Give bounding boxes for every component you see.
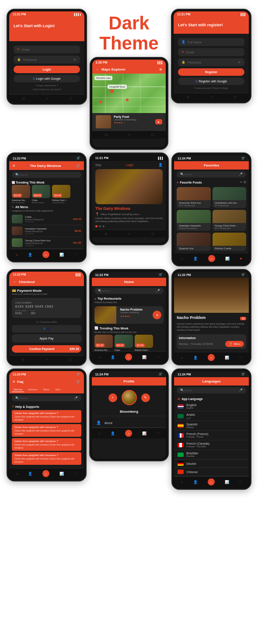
fav-search-bar[interactable]: 🔍 Search 🎤 (177, 171, 246, 177)
nav-person-icon[interactable]: 👤 (193, 257, 198, 261)
nav-chart-icon[interactable]: 📊 (59, 253, 64, 257)
skip-button[interactable]: Skip (95, 163, 101, 166)
nav-home-icon[interactable]: ⌂ (181, 480, 183, 484)
login-button[interactable]: Login (14, 66, 80, 73)
nav-home-icon[interactable]: ⌂ (181, 257, 183, 261)
lang-item-french-canada[interactable]: French (Canada) Français - Canadien (174, 440, 249, 450)
faq-search-bar[interactable]: 🔍 Search 🎤 (12, 395, 81, 401)
nav-person-icon[interactable]: 👤 (193, 480, 198, 484)
faq-cart-header-icon[interactable]: 🛒 (76, 380, 80, 384)
menu-icon[interactable]: ≡ (13, 163, 15, 168)
menu-button[interactable]: 🍴 Menu (225, 341, 244, 347)
nav-chart-icon[interactable]: 📊 (142, 432, 146, 435)
nav-heart-icon[interactable]: ♡ (74, 253, 77, 257)
nav-active-dot-detail[interactable]: ⌂ (208, 354, 215, 361)
nav-home-icon[interactable]: ⌂ (16, 472, 18, 476)
faq-tab-misc[interactable]: Misc (54, 387, 63, 392)
menu-item-calas[interactable]: Calas Bostton Restaurant 10/12/2020 $10.… (12, 213, 81, 225)
nav-heart-icon[interactable]: ♡ (157, 432, 160, 435)
lang-item-english[interactable]: English English (174, 402, 249, 411)
nav-active-dot-lang[interactable]: ⌂ (208, 478, 215, 485)
email-field[interactable]: ✉ Email (14, 46, 80, 53)
nav-active-dot[interactable]: ⌂ (208, 255, 215, 262)
apple-pay-button[interactable]: Apple Pay (12, 334, 81, 343)
nav-heart-icon[interactable]: ♡ (74, 472, 77, 476)
search-bar[interactable]: 🔍 Search (12, 172, 81, 178)
fav-card-4[interactable]: Young Chow fried ... NYC Restaurant (213, 210, 246, 231)
grid-view-icon[interactable]: ⊞ (244, 180, 246, 184)
profile-add-button[interactable]: + (108, 393, 117, 402)
nav-active-dot-faq[interactable]: ⌂ (42, 470, 49, 477)
menu-icon-faq[interactable]: ≡ (13, 379, 15, 384)
list-view-icon[interactable]: ≡ (240, 180, 242, 184)
lang-item-brazilian[interactable]: Brazilian Brazilian (174, 450, 249, 460)
fullname-field[interactable]: 👤 Full Name (178, 38, 244, 46)
rest-cart-icon[interactable]: 🛒 (76, 164, 80, 168)
back-icon[interactable]: ← (13, 280, 17, 284)
nav-heart-icon[interactable]: ♡ (239, 480, 242, 484)
nav-chart-icon[interactable]: 📊 (59, 472, 64, 476)
nav-active-dot-home[interactable]: ⌂ (125, 354, 132, 361)
rest-card-add-button[interactable]: + (153, 311, 161, 319)
home-food-1[interactable]: $11.93 American frie... (94, 335, 113, 351)
nav-person-icon[interactable]: 👤 (193, 356, 198, 360)
nav-chart-icon[interactable]: 📊 (142, 355, 146, 359)
nav-home-icon[interactable]: ⌂ (98, 432, 101, 435)
menu-item-hawaiian[interactable]: Hawaiian haystack Hawaii Restaurant 10/0… (12, 225, 81, 237)
lang-search-bar[interactable]: 🔍 Search 🎤 (177, 387, 246, 393)
home-food-3[interactable]: $14.99 Hokken fried r... (135, 335, 153, 351)
profile-menu-about[interactable]: 👤 About (92, 418, 167, 428)
lang-item-chinese[interactable]: Chinese (174, 468, 249, 476)
fav-card-2[interactable]: Charleston red rice SF Restaurant (213, 187, 246, 208)
faq-tab-delivery[interactable]: Delivery (26, 387, 39, 392)
register-button[interactable]: Register (178, 68, 244, 76)
food-card-3[interactable]: $14.99 Hokken fried r... Cutural Restaur… (52, 185, 70, 204)
back-icon[interactable]: ← (96, 67, 99, 71)
nav-active-dot[interactable]: ⌂ (42, 251, 49, 258)
lang-item-spanish[interactable]: Spanish Espana (174, 421, 249, 431)
nav-home-icon[interactable]: ⌂ (16, 253, 18, 257)
nav-chart-icon[interactable]: 📊 (225, 480, 229, 484)
nav-heart-icon[interactable]: ♡ (157, 355, 160, 359)
home-search-bar[interactable]: 🔍 Search 🎤 (94, 288, 164, 294)
food-card-2[interactable]: $10.23 Calas Boston Restaur... (32, 185, 50, 204)
home-food-2[interactable]: $10.23 Calas (115, 335, 133, 351)
nav-chart-icon[interactable]: 📊 (225, 257, 230, 261)
nav-home-icon[interactable]: ⌂ (181, 356, 183, 360)
nav-active-dot-profile[interactable]: ⌂ (125, 430, 132, 437)
nav-person-icon[interactable]: 👤 (111, 355, 115, 359)
no-account-link[interactable]: I don't have an account? (14, 88, 80, 91)
food-card-1[interactable]: $11.93 American frie... NYC Restaurant (12, 185, 30, 204)
faq-item-3[interactable]: Gluten-free spaghetti with tomatoes ? Gl… (12, 438, 81, 451)
forgot-password-link[interactable]: I forgot password ? (14, 84, 80, 87)
lang-item-arabic[interactable]: Arabic عربي (174, 411, 249, 421)
profile-edit-button[interactable]: ✎ (141, 393, 150, 402)
fav-card-6[interactable]: Shrimp Creole (213, 233, 246, 251)
faq-tab-service[interactable]: Service (12, 387, 24, 392)
faq-tab-menu[interactable]: Menu (42, 387, 52, 392)
reg-email-field[interactable]: ✉ Email (178, 48, 244, 56)
nav-person-icon[interactable]: 👤 (111, 432, 115, 435)
nav-home-icon[interactable]: ⌂ (98, 355, 101, 359)
nav-heart-icon[interactable]: ♥ (240, 257, 242, 261)
fav-card-5[interactable]: Spanish rice (177, 233, 210, 251)
login-link[interactable]: Login (126, 163, 133, 166)
fav-card-3[interactable]: Hawaiian haystack Hawaii Restaurant (177, 210, 210, 231)
map-navigate-button[interactable]: ▶ (155, 119, 162, 124)
paypal-button[interactable]: P al (12, 325, 81, 333)
back-to-login-link[interactable]: I have account? Back to login (178, 87, 244, 89)
google-register-button[interactable]: G Register with Google (178, 78, 244, 85)
lang-item-french-france[interactable]: French (France) Français - France (174, 431, 249, 440)
location-icon[interactable]: ⊕ (159, 67, 162, 71)
lang-item-deutsh[interactable]: Deutsh (174, 460, 249, 468)
nav-person-icon[interactable]: 👤 (28, 472, 32, 476)
restaurant-card[interactable]: Nacho Problem Letraset containing... ★★★… (94, 306, 164, 324)
reg-password-field[interactable]: 🔒 Password 👁 (178, 58, 244, 66)
menu-item-yeung[interactable]: Yeung Chow fried rice Hawaii Restaurant … (12, 237, 81, 249)
faq-item-2[interactable]: Gluten-free spaghetti with tomatoes ? Gl… (12, 424, 81, 437)
nav-chart-icon[interactable]: 📊 (225, 356, 229, 360)
password-field[interactable]: 🔒 Password 👁 (14, 56, 80, 64)
nav-person-icon[interactable]: 👤 (28, 253, 32, 257)
faq-item-1[interactable]: Gluten-free spaghetti with tomatoes ? Gl… (12, 410, 81, 423)
nav-heart-icon[interactable]: ♡ (239, 356, 242, 360)
